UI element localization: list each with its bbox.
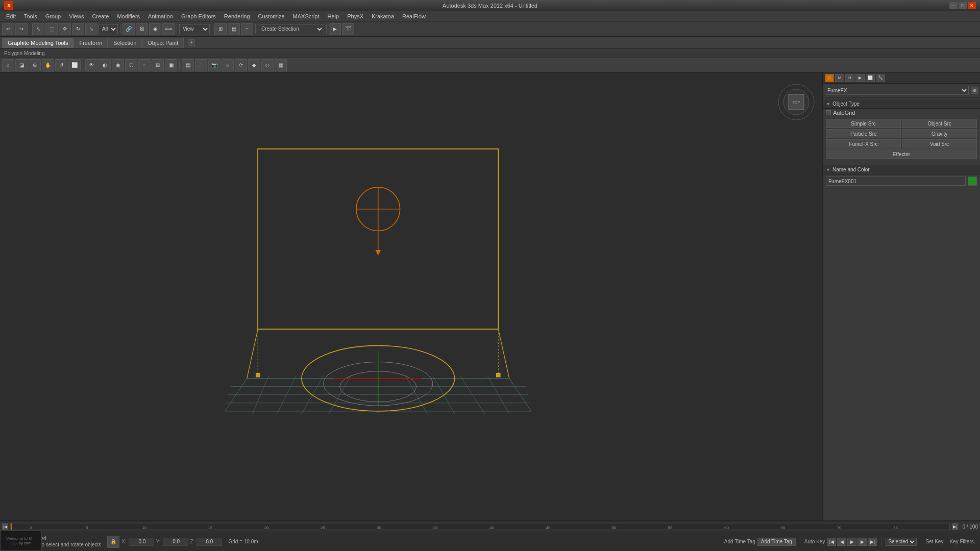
sec-isolate[interactable]: ◉ bbox=[112, 59, 124, 71]
filter-dropdown[interactable]: All bbox=[99, 24, 118, 34]
tab-selection[interactable]: Selection bbox=[108, 38, 142, 48]
menu-create[interactable]: Create bbox=[88, 12, 113, 20]
toolbar-align[interactable]: ⊞ bbox=[214, 23, 227, 35]
toolbar-layer[interactable]: ▤ bbox=[228, 23, 240, 35]
sec-render-prod[interactable]: 🎥 bbox=[195, 59, 207, 71]
menu-tools[interactable]: Tools bbox=[20, 12, 41, 20]
sec-render-frame[interactable]: ▤ bbox=[182, 59, 194, 71]
sec-pan[interactable]: ✋ bbox=[42, 59, 54, 71]
panel-tab-modify[interactable]: M bbox=[835, 74, 844, 82]
sec-exposure[interactable]: ☼ bbox=[222, 59, 234, 71]
menu-maxscript[interactable]: MAXScript bbox=[289, 12, 324, 20]
toolbar-rotate[interactable]: ↻ bbox=[72, 23, 84, 35]
menu-views[interactable]: Views bbox=[65, 12, 88, 20]
btn-simple-src[interactable]: Simple Src bbox=[826, 119, 901, 128]
close-button[interactable]: ✕ bbox=[968, 2, 976, 9]
panel-tab-create[interactable]: C bbox=[825, 74, 834, 82]
btn-next-frame[interactable]: ▶ bbox=[857, 538, 867, 546]
sec-display2[interactable]: ◐ bbox=[99, 59, 111, 71]
selection-lock[interactable]: 🔒 bbox=[107, 536, 119, 548]
create-selection-dropdown[interactable]: Create Selection bbox=[258, 24, 324, 34]
toolbar-select-region[interactable]: ⬚ bbox=[45, 23, 58, 35]
panel-tab-motion[interactable]: ▶ bbox=[855, 74, 865, 82]
btn-go-start[interactable]: |◀ bbox=[827, 538, 836, 546]
toolbar-select[interactable]: ↖ bbox=[32, 23, 44, 35]
sec-render-iter[interactable]: ⟳ bbox=[235, 59, 247, 71]
menu-realflow[interactable]: RealFlow bbox=[398, 12, 430, 20]
sec-material[interactable]: ◆ bbox=[248, 59, 260, 71]
toolbar-unlink[interactable]: ⛓ bbox=[136, 23, 148, 35]
fumefx-dropdown[interactable]: FumeFX bbox=[825, 86, 969, 95]
tab-graphite-modeling[interactable]: Graphite Modeling Tools bbox=[2, 38, 74, 48]
btn-effector[interactable]: Effector bbox=[826, 149, 977, 159]
graphite-extra-btn[interactable]: + bbox=[188, 39, 195, 46]
timeline-nav-start[interactable]: |◀ bbox=[2, 523, 8, 530]
toolbar-link[interactable]: 🔗 bbox=[122, 23, 135, 35]
btn-go-end[interactable]: ▶| bbox=[868, 538, 877, 546]
name-color-header[interactable]: ▼ Name and Color bbox=[823, 165, 980, 174]
y-coord-input[interactable] bbox=[163, 538, 188, 546]
sec-slate[interactable]: ◇ bbox=[261, 59, 274, 71]
btn-void-src[interactable]: Void Src bbox=[902, 139, 977, 148]
add-time-tag-btn[interactable]: Add Time Tag bbox=[757, 538, 796, 546]
sec-obj-display[interactable]: 👁 bbox=[85, 59, 97, 71]
btn-object-src[interactable]: Object Src bbox=[902, 119, 977, 128]
sec-render-active[interactable]: 📷 bbox=[208, 59, 220, 71]
sec-stats[interactable]: ≡ bbox=[138, 59, 151, 71]
menu-krakatoa[interactable]: Krakatoa bbox=[368, 12, 398, 20]
panel-tab-hierarchy[interactable]: H bbox=[845, 74, 854, 82]
object-type-header[interactable]: ▼ Object Type bbox=[823, 99, 980, 109]
menu-rendering[interactable]: Rendering bbox=[220, 12, 254, 20]
menu-animation[interactable]: Animation bbox=[144, 12, 177, 20]
toolbar-undo[interactable]: ↩ bbox=[2, 23, 14, 35]
sec-orbit[interactable]: ↺ bbox=[55, 59, 67, 71]
toolbar-bind-space[interactable]: ◉ bbox=[149, 23, 161, 35]
btn-particle-src[interactable]: Particle Src bbox=[826, 129, 901, 138]
autogrid-checkbox[interactable] bbox=[826, 110, 831, 115]
selected-dropdown[interactable]: Selected bbox=[886, 538, 917, 546]
maximize-button[interactable]: □ bbox=[959, 2, 967, 9]
toolbar-redo[interactable]: ↪ bbox=[15, 23, 28, 35]
toolbar-render[interactable]: 🎬 bbox=[342, 23, 354, 35]
menu-modifiers[interactable]: Modifiers bbox=[113, 12, 144, 20]
view-select[interactable]: View bbox=[179, 24, 210, 34]
sec-zoom[interactable]: ⊕ bbox=[29, 59, 41, 71]
sec-display3[interactable]: ⬡ bbox=[125, 59, 137, 71]
timeline-nav-end[interactable]: ▶| bbox=[952, 523, 958, 530]
sec-home[interactable]: ⌂ bbox=[2, 59, 14, 71]
tab-freeform[interactable]: Freeform bbox=[74, 38, 108, 48]
toolbar-curve-editor[interactable]: ~ bbox=[241, 23, 253, 35]
fumefx-settings[interactable]: ⚙ bbox=[971, 87, 978, 94]
toolbar-play[interactable]: ▶ bbox=[329, 23, 341, 35]
z-coord-input[interactable] bbox=[197, 538, 222, 546]
minimize-button[interactable]: — bbox=[949, 2, 958, 9]
welcome-badge[interactable]: Welcome to M... CGJoy.com bbox=[0, 531, 42, 551]
btn-play[interactable]: ▶ bbox=[847, 538, 856, 546]
viewport-container[interactable] bbox=[0, 72, 822, 520]
menu-group[interactable]: Group bbox=[41, 12, 65, 20]
panel-tab-utilities[interactable]: 🔧 bbox=[876, 74, 885, 82]
btn-gravity[interactable]: Gravity bbox=[902, 129, 977, 138]
sec-show-grid[interactable]: ⊞ bbox=[152, 59, 164, 71]
menu-help[interactable]: Help bbox=[324, 12, 344, 20]
sec-compact[interactable]: ▦ bbox=[275, 59, 287, 71]
toolbar-move[interactable]: ✥ bbox=[59, 23, 71, 35]
viewport-3d[interactable] bbox=[0, 72, 822, 520]
nav-cube[interactable]: TOP bbox=[776, 79, 817, 120]
sec-maximize[interactable]: ⬜ bbox=[68, 59, 81, 71]
timeline-track[interactable]: 0 5 10 15 20 25 30 35 40 45 50 55 60 65 … bbox=[10, 523, 950, 530]
tab-object-paint[interactable]: Object Paint bbox=[142, 38, 184, 48]
x-coord-input[interactable] bbox=[129, 538, 154, 546]
toolbar-scale[interactable]: ⤡ bbox=[85, 23, 97, 35]
menu-edit[interactable]: Edit bbox=[2, 12, 20, 20]
name-input-field[interactable] bbox=[826, 177, 966, 186]
menu-physx[interactable]: PhysX bbox=[343, 12, 368, 20]
btn-prev-frame[interactable]: ◀ bbox=[837, 538, 846, 546]
panel-tab-display[interactable]: ⬜ bbox=[866, 74, 875, 82]
toolbar-mirror[interactable]: ⟺ bbox=[162, 23, 175, 35]
sec-background[interactable]: ▣ bbox=[165, 59, 177, 71]
menu-customize[interactable]: Customize bbox=[254, 12, 289, 20]
btn-fumefx-src[interactable]: FumeFX Src bbox=[826, 139, 901, 148]
color-swatch[interactable] bbox=[968, 177, 977, 186]
menu-graph-editors[interactable]: Graph Editors bbox=[177, 12, 220, 20]
